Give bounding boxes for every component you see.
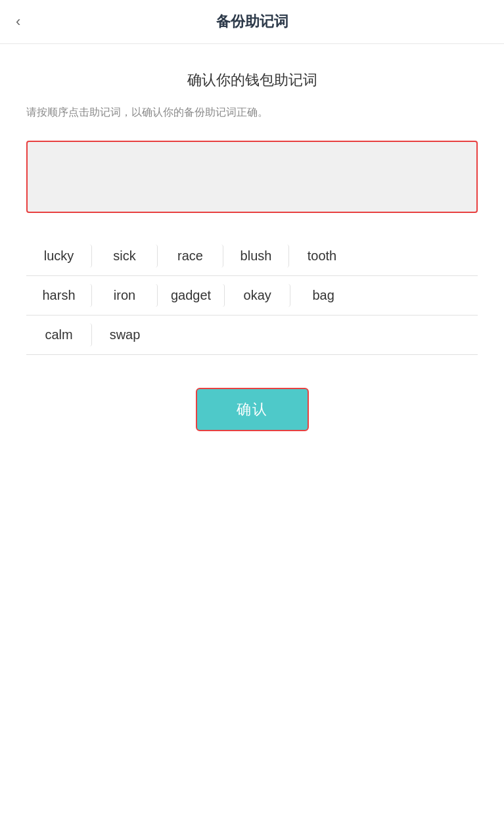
word-iron[interactable]: iron — [92, 284, 158, 307]
word-swap[interactable]: swap — [92, 323, 158, 346]
word-blush[interactable]: blush — [223, 245, 289, 268]
word-tooth[interactable]: tooth — [289, 245, 355, 268]
word-lucky[interactable]: lucky — [26, 245, 92, 268]
word-okay[interactable]: okay — [225, 284, 290, 307]
word-list: lucky sick race blush tooth harsh iron g… — [26, 237, 478, 355]
word-row-3: calm swap — [26, 316, 478, 355]
page-title: 确认你的钱包助记词 — [26, 70, 478, 90]
header: ‹ 备份助记词 — [0, 0, 504, 44]
word-bag[interactable]: bag — [290, 284, 356, 307]
word-row-1: lucky sick race blush tooth — [26, 237, 478, 276]
word-row-2: harsh iron gadget okay bag — [26, 276, 478, 316]
word-race[interactable]: race — [158, 245, 223, 268]
word-harsh[interactable]: harsh — [26, 284, 92, 307]
word-calm[interactable]: calm — [26, 323, 92, 346]
word-sick[interactable]: sick — [92, 245, 158, 268]
confirm-button[interactable]: 确认 — [196, 388, 309, 431]
back-button[interactable]: ‹ — [16, 13, 20, 30]
description-text: 请按顺序点击助记词，以确认你的备份助记词正确。 — [26, 103, 478, 121]
word-gadget[interactable]: gadget — [158, 284, 225, 307]
main-content: 确认你的钱包助记词 请按顺序点击助记词，以确认你的备份助记词正确。 lucky … — [0, 44, 504, 457]
button-area: 确认 — [26, 388, 478, 431]
header-title: 备份助记词 — [216, 12, 288, 32]
selection-box[interactable] — [26, 141, 478, 213]
